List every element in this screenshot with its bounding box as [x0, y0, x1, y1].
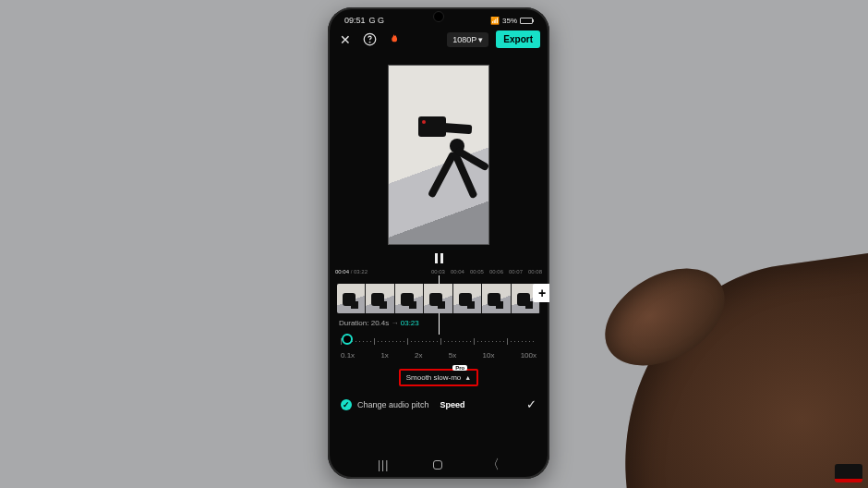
battery-icon — [520, 18, 533, 24]
add-clip-button[interactable]: + — [533, 284, 549, 302]
playhead-time: 00:04 — [335, 269, 349, 274]
android-nav-bar: ||| 〈 — [328, 457, 549, 473]
audio-pitch-label: Change audio pitch — [357, 400, 429, 409]
svg-point-1 — [369, 42, 370, 43]
smooth-slowmo-label: Smooth slow-mo — [406, 373, 462, 382]
nav-back[interactable]: 〈 — [487, 457, 500, 473]
camera-notch — [433, 11, 444, 22]
status-indicators: G G — [369, 16, 385, 25]
preview-frame — [388, 65, 489, 245]
speed-scale: 0.1x 1x 2x 5x 10x 100x — [341, 351, 536, 360]
close-icon[interactable]: ✕ — [337, 31, 354, 48]
export-button[interactable]: Export — [496, 30, 540, 48]
resolution-label: 1080P — [452, 35, 476, 44]
smooth-slowmo-toggle[interactable]: Pro Smooth slow-mo ▲ — [399, 369, 479, 386]
timeline-clip[interactable] — [337, 284, 540, 313]
speed-panel-footer: ✓ Change audio pitch Speed ✓ — [328, 386, 549, 411]
editor-top-bar: ✕ 1080P ▾ Export — [328, 27, 549, 52]
video-preview[interactable] — [328, 52, 549, 255]
phone-frame: 09:51 G G 📶 35% ✕ 1080P ▾ Export — [328, 7, 549, 479]
chevron-down-icon: ▾ — [478, 35, 483, 44]
signal-icon: 📶 — [490, 17, 500, 25]
status-time: 09:51 — [344, 16, 366, 25]
resolution-button[interactable]: 1080P ▾ — [447, 32, 488, 47]
nav-home[interactable] — [433, 460, 442, 470]
pro-badge: Pro — [452, 365, 467, 371]
battery-pct: 35% — [502, 17, 517, 25]
panel-title: Speed — [440, 400, 465, 409]
total-time: 03:22 — [354, 269, 368, 274]
watermark — [835, 464, 862, 482]
help-icon[interactable] — [361, 31, 378, 48]
chevron-up-icon: ▲ — [464, 374, 471, 381]
flame-icon[interactable] — [385, 31, 402, 48]
confirm-button[interactable]: ✓ — [526, 397, 536, 411]
pause-button[interactable] — [328, 253, 549, 263]
audio-pitch-toggle[interactable]: ✓ — [341, 399, 352, 410]
nav-recents[interactable]: ||| — [378, 458, 389, 471]
speed-slider-handle[interactable] — [342, 334, 353, 345]
